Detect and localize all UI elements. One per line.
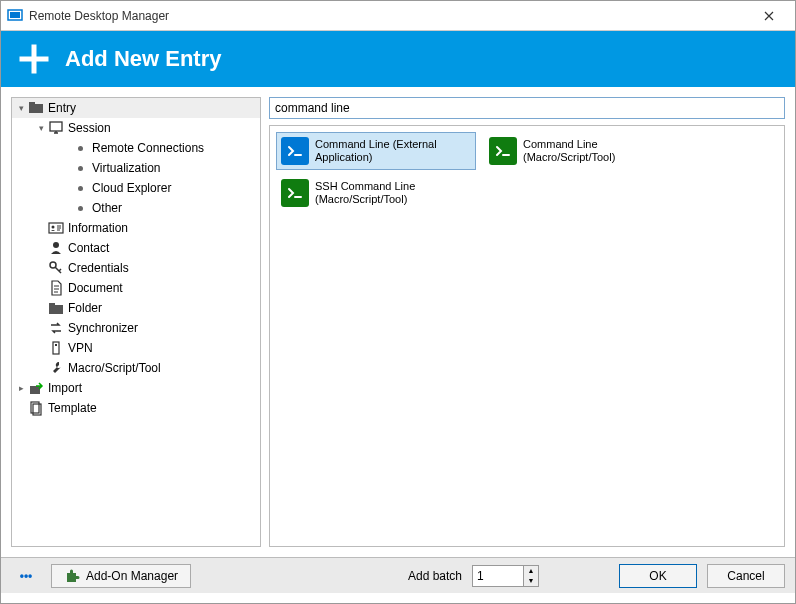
bullet-icon bbox=[72, 200, 88, 216]
tree-node-synchronizer[interactable]: Synchronizer bbox=[12, 318, 260, 338]
svg-point-6 bbox=[52, 226, 55, 229]
spin-up-button[interactable]: ▲ bbox=[524, 566, 538, 576]
addon-manager-button[interactable]: Add-On Manager bbox=[51, 564, 191, 588]
tree-label: Cloud Explorer bbox=[92, 181, 171, 195]
tree-label: Document bbox=[68, 281, 123, 295]
results-grid: Command Line (ExternalApplication)Comman… bbox=[269, 125, 785, 547]
addon-manager-label: Add-On Manager bbox=[86, 569, 178, 583]
terminal-icon bbox=[489, 137, 517, 165]
key-icon bbox=[48, 260, 64, 276]
import-icon bbox=[28, 380, 44, 396]
tree-node-contact[interactable]: Contact bbox=[12, 238, 260, 258]
app-icon bbox=[7, 8, 23, 24]
search-input[interactable] bbox=[269, 97, 785, 119]
svg-rect-3 bbox=[29, 102, 35, 105]
tree-label: Remote Connections bbox=[92, 141, 204, 155]
chevron-down-icon[interactable]: ▾ bbox=[34, 123, 48, 133]
wrench-icon bbox=[48, 360, 64, 376]
more-options-button[interactable]: ••• bbox=[11, 564, 41, 588]
cancel-button[interactable]: Cancel bbox=[707, 564, 785, 588]
banner: Add New Entry bbox=[1, 31, 795, 87]
ok-button[interactable]: OK bbox=[619, 564, 697, 588]
tree-label: Folder bbox=[68, 301, 102, 315]
tree-node-information[interactable]: Information bbox=[12, 218, 260, 238]
id-card-icon bbox=[48, 220, 64, 236]
result-item[interactable]: Command Line(Macro/Script/Tool) bbox=[484, 132, 684, 170]
tree-node-folder[interactable]: Folder bbox=[12, 298, 260, 318]
tree-label: Credentials bbox=[68, 261, 129, 275]
result-label: SSH Command Line(Macro/Script/Tool) bbox=[315, 180, 415, 206]
monitor-icon bbox=[48, 120, 64, 136]
tree-label: Synchronizer bbox=[68, 321, 138, 335]
batch-spinner[interactable]: ▲ ▼ bbox=[524, 565, 539, 587]
tree-label: Import bbox=[48, 381, 82, 395]
result-item[interactable]: SSH Command Line(Macro/Script/Tool) bbox=[276, 174, 476, 212]
footer: ••• Add-On Manager Add batch ▲ ▼ OK Canc… bbox=[1, 557, 795, 593]
document-icon bbox=[48, 280, 64, 296]
svg-rect-12 bbox=[55, 344, 57, 346]
chevron-right-icon[interactable]: ▸ bbox=[14, 383, 28, 393]
tree-node-import[interactable]: ▸ Import bbox=[12, 378, 260, 398]
add-batch-label: Add batch bbox=[408, 569, 462, 583]
svg-rect-13 bbox=[30, 386, 40, 394]
template-icon bbox=[28, 400, 44, 416]
window-close-button[interactable] bbox=[749, 2, 789, 30]
plus-icon bbox=[19, 44, 49, 74]
svg-rect-10 bbox=[49, 303, 55, 306]
tree-label: VPN bbox=[68, 341, 93, 355]
tree-node-session[interactable]: ▾ Session bbox=[12, 118, 260, 138]
tree-label: Other bbox=[92, 201, 122, 215]
tree-node-template[interactable]: Template bbox=[12, 398, 260, 418]
result-label: Command Line(Macro/Script/Tool) bbox=[523, 138, 615, 164]
svg-rect-11 bbox=[53, 342, 59, 354]
window-title: Remote Desktop Manager bbox=[29, 9, 749, 23]
tree-node-remote-connections[interactable]: Remote Connections bbox=[12, 138, 260, 158]
svg-rect-1 bbox=[10, 12, 20, 18]
category-tree[interactable]: ▾ Entry ▾ Session Remote Connections Vir… bbox=[11, 97, 261, 547]
tree-label: Template bbox=[48, 401, 97, 415]
puzzle-icon bbox=[64, 568, 80, 584]
tree-node-virtualization[interactable]: Virtualization bbox=[12, 158, 260, 178]
tree-label: Macro/Script/Tool bbox=[68, 361, 161, 375]
tree-node-macro[interactable]: Macro/Script/Tool bbox=[12, 358, 260, 378]
result-label: Command Line (ExternalApplication) bbox=[315, 138, 437, 164]
tree-node-entry[interactable]: ▾ Entry bbox=[12, 98, 260, 118]
tree-label: Contact bbox=[68, 241, 109, 255]
terminal-icon bbox=[281, 179, 309, 207]
sync-icon bbox=[48, 320, 64, 336]
bullet-icon bbox=[72, 140, 88, 156]
tree-label: Information bbox=[68, 221, 128, 235]
person-icon bbox=[48, 240, 64, 256]
svg-rect-4 bbox=[50, 122, 62, 131]
window-titlebar: Remote Desktop Manager bbox=[1, 1, 795, 31]
svg-point-7 bbox=[53, 242, 59, 248]
vpn-icon bbox=[48, 340, 64, 356]
batch-count-input[interactable] bbox=[472, 565, 524, 587]
bullet-icon bbox=[72, 160, 88, 176]
result-item[interactable]: Command Line (ExternalApplication) bbox=[276, 132, 476, 170]
tree-label: Entry bbox=[48, 101, 76, 115]
svg-rect-2 bbox=[29, 104, 43, 113]
banner-title: Add New Entry bbox=[65, 46, 221, 72]
tree-node-document[interactable]: Document bbox=[12, 278, 260, 298]
tree-label: Session bbox=[68, 121, 111, 135]
tree-node-other[interactable]: Other bbox=[12, 198, 260, 218]
terminal-icon bbox=[281, 137, 309, 165]
tree-node-vpn[interactable]: VPN bbox=[12, 338, 260, 358]
bullet-icon bbox=[72, 180, 88, 196]
right-panel: Command Line (ExternalApplication)Comman… bbox=[269, 97, 785, 547]
chevron-down-icon[interactable]: ▾ bbox=[14, 103, 28, 113]
tree-node-cloud-explorer[interactable]: Cloud Explorer bbox=[12, 178, 260, 198]
folder-icon bbox=[48, 300, 64, 316]
spin-down-button[interactable]: ▼ bbox=[524, 576, 538, 586]
folder-vault-icon bbox=[28, 100, 44, 116]
tree-node-credentials[interactable]: Credentials bbox=[12, 258, 260, 278]
svg-rect-9 bbox=[49, 305, 63, 314]
content-area: ▾ Entry ▾ Session Remote Connections Vir… bbox=[1, 87, 795, 557]
tree-label: Virtualization bbox=[92, 161, 160, 175]
